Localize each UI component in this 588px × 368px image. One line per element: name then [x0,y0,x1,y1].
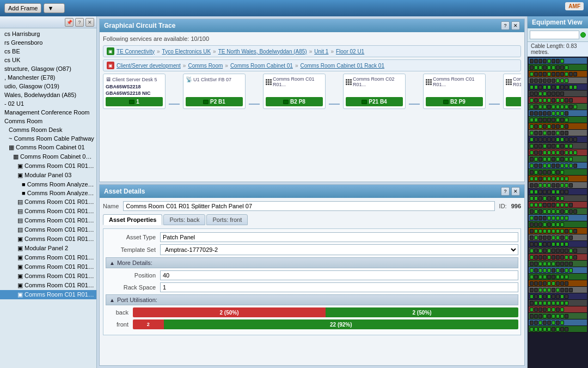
tree-item-26[interactable]: ▣ Comms Room C01 R01 Patch P... [0,262,96,272]
tree-item-4[interactable]: structure, Glasgow (O87) [0,64,96,73]
rack-port [556,157,560,161]
bc2-icon: ▣ [107,62,114,69]
rack-row-26 [529,228,587,234]
rack-port [530,65,534,70]
tree-item-24[interactable]: ▣ Modular Panel 2 [0,244,96,253]
rack-port [534,85,538,89]
tree-item-28[interactable]: ▣ Comms Room C01 R01 Patch P... [0,281,96,290]
rack-row-1 [529,64,587,71]
toolbar-close-button[interactable]: ✕ [85,18,94,27]
bc2-item1[interactable]: Client/Server development [117,63,181,69]
bc1-item5[interactable]: Floor 02 U1 [336,49,364,55]
tree-item-21[interactable]: ▤ Comms Room C01 R01 Switch [0,216,96,225]
tree-item-17[interactable]: ■ Comms Room Analyzer 01 [0,180,96,189]
rack-port [538,236,542,240]
tree-item-7[interactable]: Wales, Bodelwyddan (A85) [0,91,96,99]
tree-item-11[interactable]: Comms Room Desk [0,125,96,134]
rack-port [569,164,573,168]
position-input[interactable] [160,270,518,280]
rack-space-input[interactable] [160,282,518,292]
tree-item-5[interactable]: , Manchester (E78) [0,73,96,82]
rack-row-24 [529,215,587,221]
rack-port [556,79,560,83]
tree-item-29[interactable]: ▣ Comms Room C01 R01 Splitter [0,290,96,299]
tree-item-0[interactable]: cs Harrisburg [0,29,96,38]
rack-port [538,275,542,279]
tree-item-10[interactable]: Comms Room [0,117,96,125]
tree-item-2[interactable]: cs BE [0,47,96,56]
frame-dropdown[interactable]: ▼ [44,3,65,13]
rack-port [530,216,534,220]
tree-item-9[interactable]: Management Conference Room [0,108,96,117]
rack-row-28 [529,241,587,248]
add-frame-button[interactable]: Add Frame [4,3,41,13]
tree-item-13[interactable]: ▦ Comms Room Cabinet 01 [0,143,96,152]
name-input[interactable] [123,201,494,211]
asset-details-help-button[interactable]: ? [501,187,510,196]
rack-port [543,288,547,292]
template-set-select[interactable]: Amptrac-1777029-2 [160,244,518,255]
bc1-item3[interactable]: TE North Wales, Bodelwyddan (A85) [218,49,307,55]
box-port-2: B2 P8 [266,97,323,106]
tab-ports-back[interactable]: Ports: back [163,214,205,225]
tab-asset-properties[interactable]: Asset Properties [103,214,162,225]
rack-port [552,177,555,181]
rack-port [530,157,534,161]
bc2-item3[interactable]: Comms Room Cabinet 01 [230,63,293,69]
bc2-item4[interactable]: Comms Room Cabinet 01 Rack 01 [300,63,384,69]
circuit-box-4[interactable]: Comms Room C01 R01... B2 P9 [423,74,486,109]
tree-item-12[interactable]: ~ Comms Room Cable Pathway [0,134,96,143]
rack-port [547,190,551,194]
tree-item-14[interactable]: ▦ Comms Room Cabinet 01 Rack 01 [0,152,96,161]
rack-port [530,222,534,227]
asset-details-close-button[interactable]: ✕ [511,187,520,196]
tree-item-25[interactable]: ▣ Comms Room C01 R01 Patch P... [0,253,96,262]
bc2-item2[interactable]: Comms Room [188,63,223,69]
tree-item-23[interactable]: ▣ Comms Room C01 R01 Patch P... [0,234,96,244]
bc1-item1[interactable]: TE Connectivity [117,49,155,55]
port-utilisation-toggle[interactable]: ▲ Port Utilisation: [106,294,518,305]
rack-port [538,196,542,201]
rack-port [573,164,577,168]
rack-port [552,249,555,253]
circuit-trace-close-button[interactable]: ✕ [511,21,520,30]
tree-item-22[interactable]: ▤ Comms Room C01 R01 Switch [0,225,96,234]
rack-port [538,249,542,253]
circuit-box-0[interactable]: 🖥 Client Server Desk 5 GBA65WS2218 GBA65… [103,74,166,109]
asset-type-input[interactable] [160,232,518,242]
rack-row-32 [529,267,587,274]
tree-item-19[interactable]: ▤ Comms Room C01 R01 Switch [0,197,96,207]
rack-port [547,288,551,292]
tree-item-27[interactable]: ▣ Comms Room C01 R01 Patch P... [0,272,96,281]
rack-port [543,262,547,266]
bc1-item4[interactable]: Unit 1 [314,49,328,55]
breadcrumb-row-2: ▣ Client/Server development » Comms Room… [103,59,521,71]
toolbar-pin-button[interactable]: 📌 [65,18,74,27]
tab-ports-front[interactable]: Ports: front [206,214,248,225]
tree-item-6[interactable]: udio, Glasgow (O19) [0,82,96,91]
tree-item-18[interactable]: ■ Comms Room Analyzer 02 [0,189,96,197]
circuit-box-3[interactable]: Comms Room C02 R01... P21 B4 [343,74,406,109]
rack-port [552,281,555,286]
tree-item-8[interactable]: - 02 U1 [0,99,96,108]
circuit-box-1[interactable]: 📡 U1 ClntSvr FB 07 P2 B1 [183,74,246,109]
asset-type-label: Asset Type [106,234,160,240]
rack-port [565,183,568,188]
tree-item-3[interactable]: cs UK [0,56,96,64]
circuit-box-5[interactable]: Comms Room C01 R01... P6 [503,74,521,109]
bc1-item2[interactable]: Tyco Electronics UK [162,49,211,55]
tree-item-16[interactable]: ▣ Modular Panel 03 [0,171,96,180]
circuit-box-2[interactable]: Comms Room C01 R01... B2 P8 [263,74,326,109]
circuit-trace-help-button[interactable]: ? [501,21,510,30]
connector-line [249,104,260,105]
equipment-search-bar[interactable] [530,31,579,39]
port-icon-1 [203,100,209,104]
rack-port [573,105,577,109]
circuit-trace-title: Graphical Circuit Trace [104,22,175,29]
more-details-toggle[interactable]: ▲ More Details: [106,257,518,268]
tree-item-20[interactable]: ▤ Comms Room C01 R01 Switch [0,207,96,216]
rack-port [534,255,538,260]
tree-item-1[interactable]: rs Greensboro [0,38,96,47]
toolbar-help-button[interactable]: ? [75,18,84,27]
tree-item-15[interactable]: ▣ Comms Room C01 R01 Patch P... [0,161,96,171]
